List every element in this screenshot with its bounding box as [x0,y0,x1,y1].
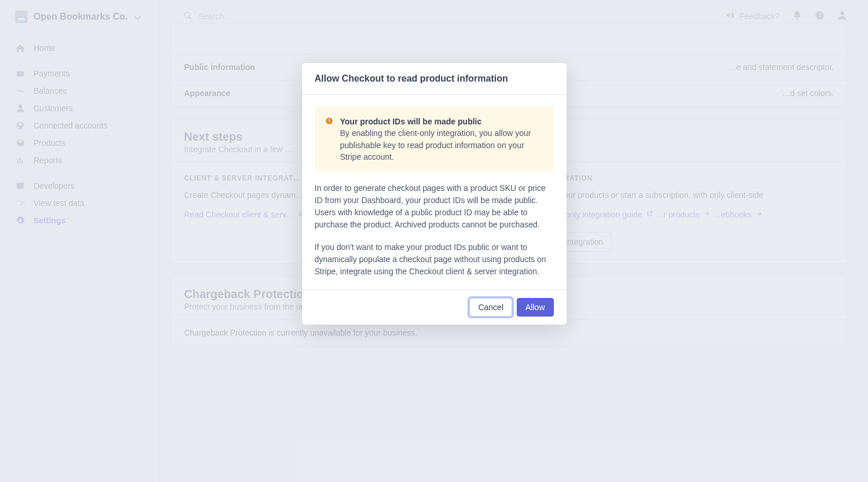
svg-rect-3 [329,119,329,122]
callout-body: By enabling the client-only integration,… [340,128,531,161]
modal: Allow Checkout to read product informati… [302,63,567,325]
modal-footer: Cancel Allow [302,289,567,325]
modal-paragraph: In order to generate checkout pages with… [315,182,554,231]
button-label: Cancel [478,303,503,312]
callout-title: Your product IDs will be made public [340,117,482,126]
modal-body: Your product IDs will be made public By … [302,95,567,289]
warning-icon [325,116,333,124]
modal-paragraph: If you don't want to make your product I… [315,241,554,278]
svg-rect-4 [329,122,329,123]
allow-button[interactable]: Allow [517,298,553,317]
modal-overlay: Allow Checkout to read product informati… [0,0,868,482]
modal-callout: Your product IDs will be made public By … [315,106,554,172]
button-label: Allow [525,303,545,312]
cancel-button[interactable]: Cancel [469,298,512,317]
modal-title: Allow Checkout to read product informati… [302,63,567,95]
